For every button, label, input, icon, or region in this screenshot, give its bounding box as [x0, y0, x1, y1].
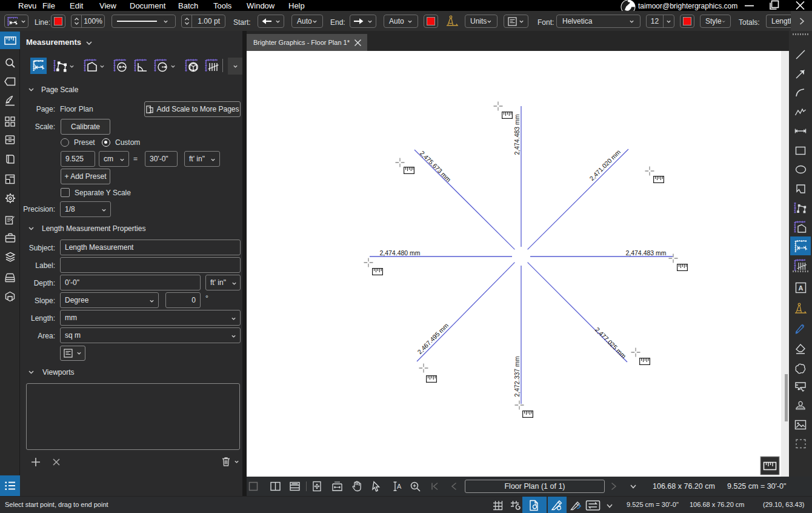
svg-text:2,474.480 mm: 2,474.480 mm — [379, 249, 420, 256]
svg-text:2,475.673 mm: 2,475.673 mm — [419, 149, 453, 183]
svg-text:A: A — [397, 483, 402, 490]
svg-text:2,471.020 mm: 2,471.020 mm — [588, 148, 622, 182]
svg-text:A: A — [798, 284, 803, 291]
svg-text:2,467.495 mm: 2,467.495 mm — [416, 321, 450, 355]
svg-text:2,474.483 mm: 2,474.483 mm — [625, 249, 666, 256]
svg-text:2,477.025 mm: 2,477.025 mm — [594, 326, 628, 360]
svg-text:2,472.337 mm: 2,472.337 mm — [513, 356, 521, 397]
svg-text:2,474.483 mm: 2,474.483 mm — [513, 114, 521, 155]
